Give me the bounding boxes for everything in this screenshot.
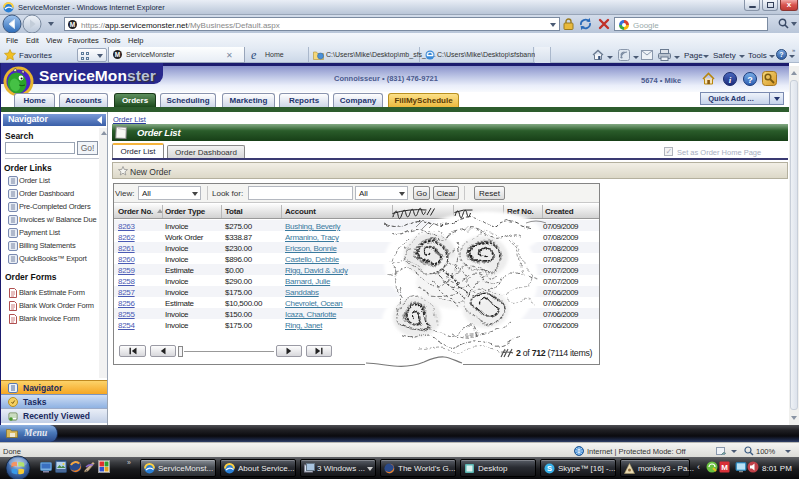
svg-text:S: S <box>547 464 552 473</box>
svg-text:M: M <box>115 51 120 58</box>
svg-text:?: ? <box>779 51 783 58</box>
svg-text:M: M <box>721 463 728 472</box>
svg-text:?: ? <box>747 75 753 85</box>
svg-text:M: M <box>70 21 75 28</box>
